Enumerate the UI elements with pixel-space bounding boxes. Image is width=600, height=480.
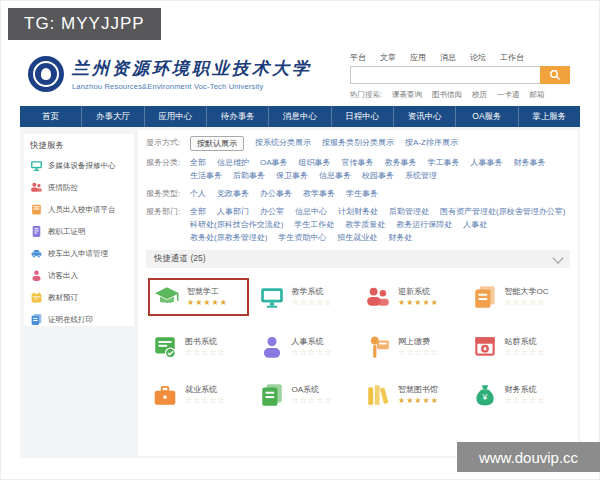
filter-option[interactable]: 系统管理 <box>405 169 437 182</box>
top-link-1[interactable]: 文章 <box>380 52 396 63</box>
filter-option[interactable]: 学工事务 <box>428 156 460 169</box>
filter-option[interactable]: 计划财务处 <box>338 205 378 218</box>
filter-option[interactable]: 后勤事务 <box>233 169 265 182</box>
app-tile-2[interactable]: 迎新系统 ★★★★★ <box>361 278 462 316</box>
sidebar-item-7[interactable]: 证明在线打印 <box>30 313 128 326</box>
top-link-3[interactable]: 消息 <box>440 52 456 63</box>
nav-item-4[interactable]: 消息中心 <box>268 106 330 127</box>
sidebar-title: 快捷服务 <box>30 140 128 152</box>
app-tile-10[interactable]: 智慧图书馆 ★★★★★ <box>361 378 462 412</box>
app-tile-4[interactable]: 图书系统 ☆☆☆☆☆ <box>148 330 249 364</box>
nav-item-0[interactable]: 首页 <box>20 106 81 127</box>
filter-option[interactable]: 后勤管理处 <box>389 205 429 218</box>
filter-option[interactable]: 保卫事务 <box>276 169 308 182</box>
app-name: 站群系统 <box>505 336 546 347</box>
search-input[interactable] <box>350 66 540 84</box>
hot-link-1[interactable]: 图书借阅 <box>432 90 462 100</box>
filter-option[interactable]: 生活事务 <box>190 169 222 182</box>
filter-option[interactable]: 按A-Z排序展示 <box>405 136 458 151</box>
filter-option[interactable]: 财务事务 <box>514 156 546 169</box>
top-link-2[interactable]: 应用 <box>410 52 426 63</box>
nav-item-7[interactable]: OA服务 <box>455 106 517 127</box>
nav-item-3[interactable]: 待办事务 <box>206 106 268 127</box>
filter-option[interactable]: 组织事务 <box>299 156 331 169</box>
filter-option[interactable]: 校园事务 <box>362 169 394 182</box>
chevron-down-icon[interactable] <box>552 252 563 263</box>
filter-option[interactable]: 招生就业处 <box>337 231 377 244</box>
nav-item-2[interactable]: 应用中心 <box>144 106 206 127</box>
filter-option[interactable]: 人事事务 <box>471 156 503 169</box>
filter-option[interactable]: 教务事务 <box>385 156 417 169</box>
top-link-5[interactable]: 工作台 <box>500 52 524 63</box>
app-tile-11[interactable]: ¥ 财务系统 ☆☆☆☆☆ <box>468 378 569 412</box>
search-button[interactable] <box>540 66 570 84</box>
sidebar-item-2[interactable]: 人员出入校申请平台 <box>30 203 128 216</box>
app-name: 图书系统 <box>185 336 226 347</box>
filter-option[interactable]: 科研处(原科技合作交流处) <box>190 218 283 231</box>
filter-option[interactable]: 学生资助中心 <box>278 231 326 244</box>
sidebar-item-label: 证明在线打印 <box>48 315 93 325</box>
hot-link-2[interactable]: 校历 <box>472 90 487 100</box>
sidebar-item-0[interactable]: 多媒体设备报修中心 <box>30 159 128 172</box>
filter-option[interactable]: 信息事务 <box>319 169 351 182</box>
filter-option[interactable]: 按默认展示 <box>190 136 244 151</box>
filter-option[interactable]: 人事部门 <box>217 205 249 218</box>
filter-option[interactable]: 党政事务 <box>217 187 249 200</box>
filter-option[interactable]: 人事处 <box>463 218 487 231</box>
filter-option[interactable]: OA事务 <box>260 156 288 169</box>
filter-option[interactable]: 教务运行保障处 <box>396 218 452 231</box>
nav-item-1[interactable]: 办事大厅 <box>81 106 143 127</box>
monitor-icon <box>259 284 285 310</box>
books-icon <box>365 382 391 408</box>
section-quick-channel[interactable]: 快捷通道 (25) <box>146 250 570 268</box>
app-rating: ☆☆☆☆☆ <box>505 347 546 358</box>
app-tile-8[interactable]: 就业系统 ☆☆☆☆☆ <box>148 378 249 412</box>
filter-option[interactable]: 学生事务 <box>346 187 378 200</box>
sidebar-item-5[interactable]: 访客出入 <box>30 269 128 282</box>
filter-option[interactable]: 按系统分类展示 <box>255 136 311 151</box>
sidebar-item-1[interactable]: 疫情防控 <box>30 181 128 194</box>
app-tile-1[interactable]: 教学系统 ☆☆☆☆☆ <box>255 278 356 316</box>
filter-option[interactable]: 教学质量处 <box>345 218 385 231</box>
filter-option[interactable]: 办公室 <box>260 205 284 218</box>
hot-link-3[interactable]: 一卡通 <box>497 90 520 100</box>
filter-option[interactable]: 按服务类别分类展示 <box>322 136 394 151</box>
filter-option[interactable]: 教务处(原教务管理处) <box>190 231 267 244</box>
sidebar-item-4[interactable]: 校车出入申请管理 <box>30 247 128 260</box>
cardcheck-icon <box>152 334 178 360</box>
filter-option[interactable]: 教学事务 <box>303 187 335 200</box>
nav-item-5[interactable]: 日程中心 <box>331 106 393 127</box>
tg-badge: TG: MYYJJPP <box>8 8 161 40</box>
app-name: 网上缴费 <box>398 336 439 347</box>
filter-option[interactable]: 信息中心 <box>295 205 327 218</box>
hot-link-4[interactable]: 邮箱 <box>530 90 545 100</box>
app-tile-5[interactable]: 人事系统 ☆☆☆☆☆ <box>255 330 356 364</box>
filter-label: 服务部门: <box>146 205 190 244</box>
app-tile-7[interactable]: 站群系统 ☆☆☆☆☆ <box>468 330 569 364</box>
app-rating: ★★★★★ <box>187 297 228 308</box>
filter-option[interactable]: 全部 <box>190 205 206 218</box>
sidebar-item-3[interactable]: 教职工证明 <box>30 225 128 238</box>
filter-row-3: 服务部门: 全部人事部门办公室信息中心计划财务处后勤管理处国有资产管理处(原校舍… <box>146 205 570 244</box>
sidebar-item-label: 疫情防控 <box>48 183 78 193</box>
docs-icon <box>259 382 285 408</box>
filter-option[interactable]: 学生工作处 <box>294 218 334 231</box>
nav-item-8[interactable]: 掌上服务 <box>518 106 580 127</box>
app-tile-0[interactable]: 智慧学工 ★★★★★ <box>148 278 249 316</box>
filter-option[interactable]: 信息维护 <box>217 156 249 169</box>
app-tile-9[interactable]: OA系统 ☆☆☆☆☆ <box>255 378 356 412</box>
hot-link-0[interactable]: 课表查询 <box>392 90 422 100</box>
filter-option[interactable]: 国有资产管理处(原校舍管理办公室) <box>440 205 565 218</box>
filter-option[interactable]: 宣传事务 <box>342 156 374 169</box>
filter-option[interactable]: 办公事务 <box>260 187 292 200</box>
top-link-0[interactable]: 平台 <box>350 52 366 63</box>
filter-option[interactable]: 财务处 <box>388 231 412 244</box>
nav-item-6[interactable]: 资讯中心 <box>393 106 455 127</box>
app-tile-3[interactable]: 智能大学OC ☆☆☆☆☆ <box>468 278 569 316</box>
filter-option[interactable]: 全部 <box>190 156 206 169</box>
filter-row-1: 服务分类: 全部信息维护OA事务组织事务宣传事务教务事务学工事务人事事务财务事务… <box>146 156 570 182</box>
top-link-4[interactable]: 论坛 <box>470 52 486 63</box>
sidebar-item-6[interactable]: 教材预订 <box>30 291 128 304</box>
filter-option[interactable]: 个人 <box>190 187 206 200</box>
app-tile-6[interactable]: 网上缴费 ☆☆☆☆☆ <box>361 330 462 364</box>
